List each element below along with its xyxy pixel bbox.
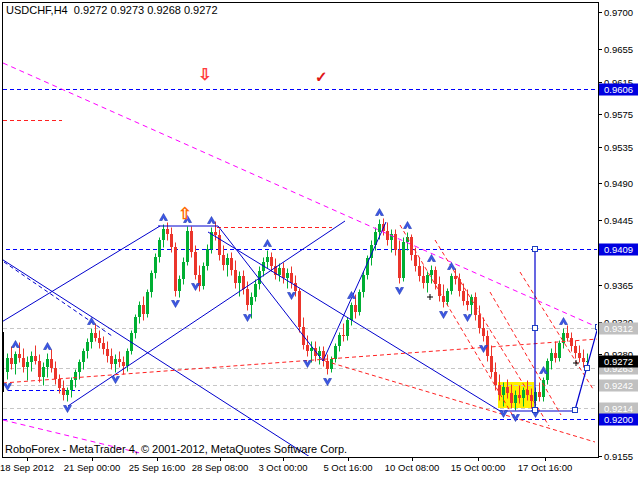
candle-body [306,345,309,351]
fractal-down-icon [172,301,180,308]
candle-body [46,359,49,367]
candle-body [514,395,517,403]
candle-body [194,252,197,275]
object-handle[interactable] [585,366,590,371]
candle-body [362,275,365,292]
candle-body [142,305,145,314]
time-tick-label: 5 Oct 16:00 [323,462,372,473]
candle-body [330,359,333,369]
fractal-down-icon [464,315,472,322]
price-badge-0.9214: 0.9214 [599,403,638,415]
candle-body [294,283,297,291]
candle-body [502,387,505,395]
fractal-down-icon [64,406,72,413]
candle-body [354,305,357,312]
fractal-down-icon [192,284,200,291]
candle-body [174,247,177,291]
candle-body [222,255,225,265]
fractal-down-icon [112,377,120,384]
fractal-down-icon [324,379,332,386]
fractal-down-icon [512,415,520,422]
object-handle[interactable] [533,326,538,331]
candle-body [334,346,337,359]
time-tick-label: 15 Oct 00:00 [451,462,505,473]
candle-body [154,257,157,273]
candle-body [58,379,61,388]
candle-body [478,315,481,328]
trendline[interactable] [400,225,516,421]
candle-body [94,333,97,338]
time-axis[interactable]: 18 Sep 201221 Sep 00:0025 Sep 16:0028 Se… [0,457,572,473]
price-tick-label: 0.9575 [604,109,633,120]
candle-body [66,390,69,395]
candle-body [86,342,89,351]
trendline[interactable] [520,272,593,389]
trendline[interactable] [323,222,386,361]
candle-body [466,301,469,305]
candle-body [226,258,229,265]
trendline[interactable] [0,258,310,457]
red-down-arrow-icon[interactable]: ⇩ [198,66,211,83]
candle-body [386,231,389,240]
candle-body [574,346,577,353]
time-tick-label: 25 Sep 16:00 [129,462,186,473]
fractal-up-icon [160,214,168,221]
trendline[interactable] [325,361,595,442]
candle-body [518,395,521,398]
time-tick-label: 3 Oct 00:00 [258,462,307,473]
candle-body [102,343,105,349]
candle-body [266,257,269,262]
fractal-up-icon [264,240,272,247]
candle-body [54,368,57,379]
price-axis[interactable]: 0.97000.96550.96150.95750.95350.94900.94… [598,7,638,462]
candle-body [566,333,569,338]
candle-body [118,359,121,362]
candle-body [270,257,273,266]
candle-body [22,358,25,367]
candle-body [38,361,41,377]
trendline[interactable] [208,232,500,411]
time-tick-label: 28 Sep 08:00 [192,462,249,473]
price-badge-0.9272: 0.9272 [599,356,638,368]
orange-up-arrow-icon[interactable]: ⇧ [178,205,191,222]
candle-body [214,232,217,235]
candle-body [110,356,113,364]
price-badge-0.9409: 0.9409 [599,244,638,256]
candle-body [182,262,185,279]
trendline[interactable] [0,226,160,323]
candle-body [558,343,561,358]
candle-body [494,372,497,385]
candle-body [74,372,77,380]
candle-body [10,358,13,364]
candle-body [14,354,17,364]
time-tick-label: 21 Sep 00:00 [64,462,121,473]
candle-body [202,266,205,286]
candle-body [18,354,21,358]
candle-body [422,276,425,283]
candle-body [310,348,313,351]
red-check-icon[interactable]: ✓ [315,68,328,85]
object-handle[interactable] [533,408,538,413]
projection-diagonal-line[interactable] [573,325,601,413]
candle-body [162,229,165,240]
candle-body [146,292,149,314]
candle-body [250,297,253,305]
candle-body [278,268,281,275]
price-badge-0.9200: 0.9200 [599,414,638,426]
candle-body [230,258,233,270]
candle-body [206,249,209,266]
price-badge-0.9242: 0.9242 [599,380,638,392]
chart-canvas[interactable]: ⇩✓⇧0.97000.96550.96150.95750.95350.94900… [0,0,640,480]
trendline[interactable] [3,63,597,327]
price-tick-label: 0.9535 [604,142,633,153]
candle-body [550,353,553,361]
trendline[interactable] [68,221,345,406]
chart-title-ohlc: USDCHF,H4 0.9272 0.9273 0.9268 0.9272 [6,4,218,16]
candle-body [454,276,457,279]
object-handle[interactable] [573,408,578,413]
candle-body [82,351,85,362]
price-tick-label: 0.9445 [604,215,633,226]
candle-body [126,351,129,366]
candle-body [418,266,421,276]
object-handle[interactable] [533,247,538,252]
